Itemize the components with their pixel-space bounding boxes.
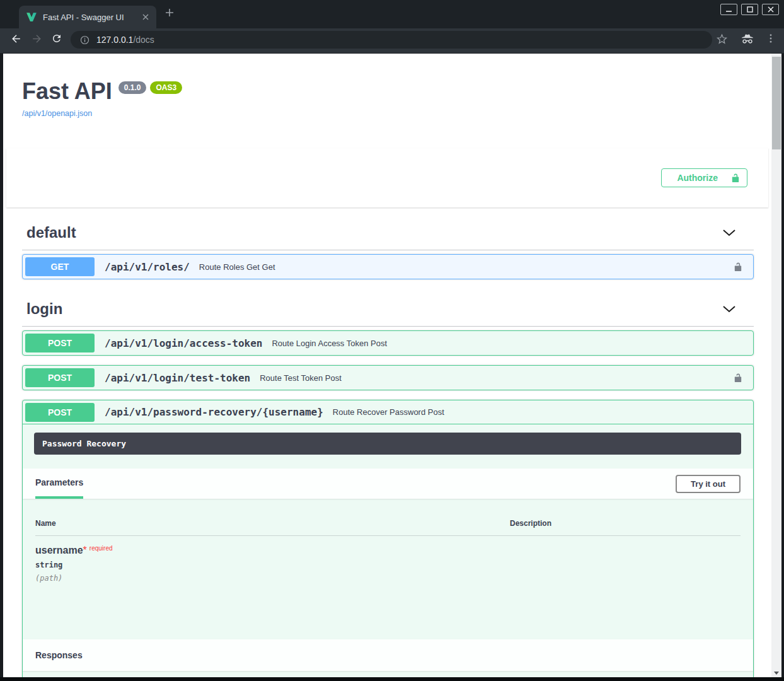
- chevron-down-icon[interactable]: [722, 305, 736, 313]
- op-path: /api/v1/password-recovery/{username}: [105, 406, 323, 418]
- chevron-down-icon[interactable]: [722, 229, 736, 236]
- section-header-default[interactable]: default: [22, 207, 754, 250]
- browser-tab[interactable]: Fast API - Swagger UI: [19, 6, 156, 28]
- minimize-button[interactable]: [720, 4, 737, 15]
- tab-title: Fast API - Swagger UI: [43, 13, 140, 22]
- method-badge: GET: [25, 257, 95, 276]
- op-summary-text: Route Test Token Post: [260, 373, 733, 383]
- page-scrollbar[interactable]: [771, 54, 781, 677]
- section-title: default: [26, 224, 76, 242]
- column-name: Name: [35, 519, 510, 528]
- op-summary-text: Route Login Access Token Post: [272, 339, 751, 348]
- close-button[interactable]: [762, 4, 779, 15]
- operation-description: Password Recovery: [34, 433, 741, 455]
- op-summary-text: Route Roles Get Get: [199, 262, 733, 272]
- url-bar[interactable]: 127.0.0.1/docs: [71, 31, 712, 49]
- scheme-container: Authorize: [6, 148, 768, 207]
- opblock-post-test-token: POST /api/v1/login/test-token Route Test…: [22, 365, 754, 390]
- window-frame-bottom: [0, 677, 784, 681]
- url-text: 127.0.0.1/docs: [96, 35, 154, 45]
- op-summary[interactable]: POST /api/v1/password-recovery/{username…: [23, 400, 753, 424]
- bookmark-star-icon[interactable]: [716, 33, 728, 45]
- new-tab-icon[interactable]: [165, 8, 174, 17]
- parameter-type: string: [35, 561, 741, 569]
- incognito-icon: [741, 33, 754, 45]
- unlock-icon: [730, 173, 741, 183]
- method-badge: POST: [25, 368, 95, 387]
- section-header-login[interactable]: login: [22, 289, 754, 327]
- parameter-row: username*required string (path): [35, 536, 741, 627]
- page-title: Fast API 0.1.0 OAS3: [22, 78, 754, 105]
- parameters-table: Name Description username*required strin…: [23, 499, 753, 639]
- url-path: /docs: [133, 35, 154, 45]
- browser-titlebar: Fast API - Swagger UI: [0, 0, 784, 28]
- forward-icon[interactable]: [31, 33, 43, 45]
- required-star: *: [83, 545, 87, 556]
- oas-badge: OAS3: [150, 81, 182, 94]
- op-summary[interactable]: GET /api/v1/roles/ Route Roles Get Get: [23, 255, 753, 279]
- back-icon[interactable]: [10, 33, 22, 45]
- op-summary-text: Route Recover Password Post: [333, 407, 751, 417]
- opblock-get-roles: GET /api/v1/roles/ Route Roles Get Get: [22, 254, 754, 279]
- column-description: Description: [510, 519, 741, 528]
- url-host: 127.0.0.1: [96, 35, 133, 45]
- try-it-out-button[interactable]: Try it out: [676, 475, 741, 493]
- parameter-location: (path): [35, 574, 741, 583]
- op-path: /api/v1/login/access-token: [105, 337, 262, 349]
- parameters-header: Parameters Try it out: [23, 469, 753, 499]
- authorize-button[interactable]: Authorize: [661, 168, 747, 187]
- api-info: Fast API 0.1.0 OAS3 /api/v1/openapi.json: [22, 78, 754, 119]
- reload-icon[interactable]: [51, 33, 62, 44]
- browser-menu-icon[interactable]: [765, 33, 776, 44]
- favicon-icon: [26, 12, 37, 22]
- lock-icon[interactable]: [733, 262, 743, 272]
- openapi-spec-link[interactable]: /api/v1/openapi.json: [22, 109, 92, 118]
- method-badge: POST: [25, 334, 95, 352]
- section-title: login: [26, 300, 62, 318]
- responses-table: Code Description Links: [23, 671, 753, 677]
- tab-close-icon[interactable]: [140, 11, 151, 23]
- scrollbar-thumb[interactable]: [772, 57, 781, 149]
- op-summary[interactable]: POST /api/v1/login/test-token Route Test…: [23, 366, 753, 390]
- version-badge: 0.1.0: [118, 81, 147, 94]
- opblock-post-access-token: POST /api/v1/login/access-token Route Lo…: [22, 330, 754, 356]
- method-badge: POST: [25, 403, 95, 422]
- tab-parameters[interactable]: Parameters: [35, 469, 83, 499]
- lock-icon[interactable]: [733, 373, 743, 383]
- opblock-post-password-recovery: POST /api/v1/password-recovery/{username…: [22, 400, 754, 677]
- swagger-page: Fast API 0.1.0 OAS3 /api/v1/openapi.json…: [3, 54, 771, 677]
- op-path: /api/v1/login/test-token: [105, 372, 250, 384]
- scroll-down-icon[interactable]: [771, 668, 781, 677]
- responses-header: Responses: [23, 639, 753, 671]
- op-path: /api/v1/roles/: [105, 261, 190, 273]
- op-summary[interactable]: POST /api/v1/login/access-token Route Lo…: [23, 331, 753, 355]
- window-frame-right: [781, 54, 784, 681]
- maximize-button[interactable]: [741, 4, 758, 15]
- parameter-name: username: [35, 545, 83, 556]
- site-info-icon[interactable]: [79, 35, 90, 45]
- required-label: required: [89, 545, 113, 552]
